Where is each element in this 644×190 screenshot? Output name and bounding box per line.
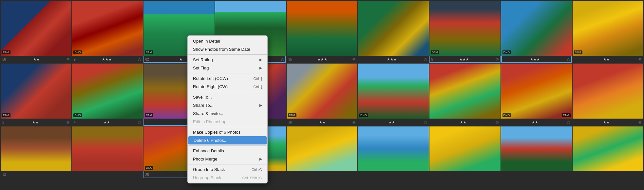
star-rating: ★★ [104, 120, 110, 124]
grid-cell-1[interactable]: DNG 58 ★★ ◎ [1, 1, 71, 63]
row-number: 25 [145, 173, 149, 177]
photo-meta: ★★ ◎ [573, 56, 643, 63]
grid-cell-25[interactable] [429, 126, 500, 178]
menu-item-share-to[interactable]: Share To... ▶ [188, 101, 267, 109]
photo-meta: 35 ★★★ ◎ [287, 56, 357, 63]
grid-cell-27[interactable] [573, 126, 643, 178]
grid-cell-11[interactable]: DNG 4 ★★ ◎ [72, 64, 143, 126]
grid-cell-18[interactable]: ★★ ◎ [573, 64, 643, 126]
grid-cell-9[interactable]: DNG ★★ ◎ [573, 1, 643, 63]
flag: ◎ [138, 120, 141, 124]
photo-meta: 9 ★★★ ◎ [72, 56, 143, 63]
flag: ◎ [638, 120, 642, 124]
grid-cell-20[interactable] [72, 126, 143, 178]
flag: ◎ [567, 120, 570, 124]
grid-cell-17[interactable]: DNG DNG ★★ ◎ [501, 64, 572, 126]
menu-item-share-invite[interactable]: Share & Invite... [188, 109, 267, 118]
grid-row-2: DNG 2 ★★ ◎ DNG 4 ★★ ◎ DNG [0, 63, 644, 126]
menu-item-rotate-left[interactable]: Rotate Left (CCW) Ctrl+[ [188, 74, 267, 83]
photo-meta [287, 171, 357, 178]
flag: ◎ [138, 57, 141, 62]
photo-meta: 5 ★★★ ◎ [429, 56, 500, 63]
photo-thumbnail [287, 1, 357, 56]
photo-meta: ★★ ◎ [429, 119, 500, 126]
row-number: 16 [288, 121, 292, 124]
menu-item-open-detail[interactable]: Open in Detail [188, 37, 267, 45]
menu-item-rotate-right[interactable]: Rotate Right (CW) Ctrl+] [188, 83, 267, 91]
row-number: 58 [2, 58, 6, 61]
shortcut-ungroup: Ctrl+Shift+G [242, 176, 262, 180]
grid-cell-24[interactable] [358, 126, 429, 178]
menu-item-edit-photoshop[interactable]: Edit in Photoshop... [188, 118, 267, 126]
flag: ◎ [66, 57, 70, 62]
dng-badge: DNG [145, 166, 153, 170]
dng-badge: DNG [73, 113, 82, 117]
grid-cell-14[interactable]: DNG 16 ★★ ◎ [287, 64, 357, 126]
dng-badge: DNG [288, 113, 296, 117]
dng-badge: DNG [145, 113, 153, 117]
grid-cell-19[interactable]: 13 [1, 126, 71, 178]
row-number: 35 [288, 58, 292, 61]
photo-thumbnail: DNG [501, 1, 572, 56]
photo-thumbnail: DNG [287, 64, 357, 119]
grid-cell-15[interactable]: DNG ★★ ◎ [358, 64, 429, 126]
photo-meta: ★★ ◎ [501, 119, 572, 126]
photo-thumbnail: DNG [72, 64, 143, 119]
menu-item-set-flag[interactable]: Set Flag ▶ [188, 64, 267, 72]
photo-thumbnail: DNG [573, 1, 643, 56]
row-number: 4 [74, 121, 76, 124]
menu-item-ungroup-stack[interactable]: Ungroup Stack Ctrl+Shift+G [188, 174, 267, 182]
row-number: 2 [2, 121, 4, 124]
row-number: 62 [145, 58, 149, 61]
grid-cell-8[interactable]: DNG ★★★ ◎ [501, 1, 572, 63]
dng-badge: DNG [502, 113, 511, 117]
photo-grid: DNG 58 ★★ ◎ DNG 9 ★★★ ◎ DNG 62 [0, 0, 644, 190]
grid-cell-5[interactable]: 35 ★★★ ◎ [287, 1, 357, 63]
menu-separator-5 [188, 145, 267, 146]
photo-meta [72, 171, 143, 178]
photo-meta: ★★ ◎ [358, 119, 429, 126]
photo-thumbnail: DNG [1, 64, 71, 119]
menu-item-set-rating[interactable]: Set Rating ▶ [188, 56, 267, 64]
photo-thumbnail: DNG [72, 1, 143, 56]
grid-cell-2[interactable]: DNG 9 ★★★ ◎ [72, 1, 143, 63]
dng-badge: DNG [145, 50, 153, 54]
menu-item-make-copies[interactable]: Make Copies of 6 Photos [188, 128, 267, 136]
star-rating: ★★ [532, 120, 538, 124]
row-number: 5 [431, 58, 433, 61]
menu-separator-4 [188, 127, 267, 127]
flag: ◎ [66, 120, 70, 124]
shortcut-rotate-left: Ctrl+[ [253, 77, 262, 81]
dng-badge: DNG [2, 50, 10, 54]
star-rating: ★★ [33, 57, 40, 62]
flag: ◎ [352, 120, 356, 124]
grid-cell-16[interactable]: ★★ ◎ [429, 64, 500, 126]
grid-cell-26[interactable] [501, 126, 572, 178]
photo-meta [501, 171, 572, 178]
grid-cell-10[interactable]: DNG 2 ★★ ◎ [1, 64, 71, 126]
star-rating: ★★ [32, 120, 39, 124]
photo-thumbnail [573, 126, 643, 171]
menu-item-enhance-details[interactable]: Enhance Details... [188, 147, 267, 155]
grid-cell-7[interactable]: DNG 5 ★★★ ◎ [429, 1, 500, 63]
star-rating: ★★ [319, 120, 326, 124]
star-rating: ★ [179, 57, 182, 62]
star-rating: ★★★ [102, 57, 112, 62]
arrow-icon-flag: ▶ [259, 66, 262, 70]
dng-badge: DNG [2, 113, 10, 117]
shortcut-group: Ctrl+G [252, 168, 262, 172]
photo-meta: 13 [1, 171, 71, 178]
grid-cell-23[interactable] [287, 126, 357, 178]
menu-item-show-same-date[interactable]: Show Photos from Same Date [188, 45, 267, 53]
menu-item-delete-photos[interactable]: Delete 6 Photos... [188, 136, 267, 144]
photo-meta: 16 ★★ ◎ [287, 119, 357, 126]
photo-thumbnail: DNG [429, 1, 500, 56]
menu-item-group-stack[interactable]: Group Into Stack Ctrl+G [188, 165, 267, 174]
grid-cell-6[interactable]: ★★★ ◎ [358, 1, 429, 63]
photo-thumbnail [287, 126, 357, 171]
star-rating: ★★ [460, 120, 466, 124]
menu-item-save-to[interactable]: Save To... [188, 93, 267, 101]
photo-meta: ★★★ ◎ [501, 56, 572, 63]
photo-thumbnail [72, 126, 143, 171]
menu-item-photo-merge[interactable]: Photo Merge ▶ [188, 155, 267, 163]
